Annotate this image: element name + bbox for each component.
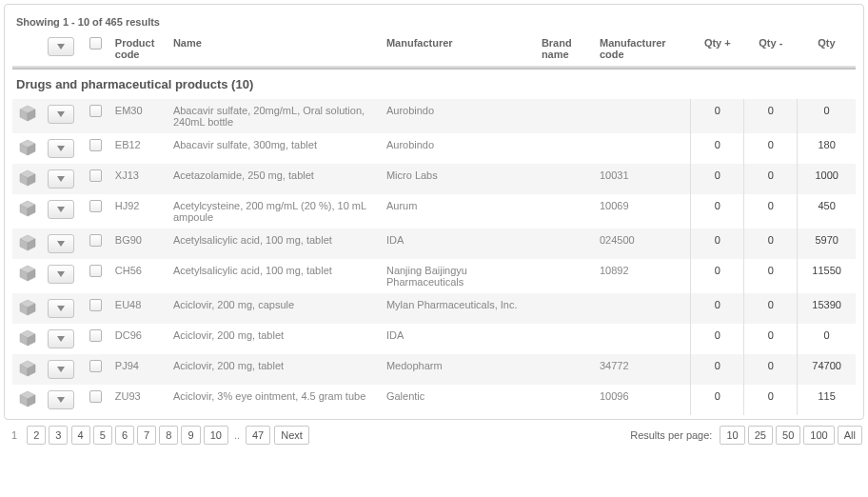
- table-row[interactable]: EB12Abacavir sulfate, 300mg, tabletAurob…: [12, 133, 856, 164]
- cell-name: Aciclovir, 3% eye ointment, 4.5 gram tub…: [168, 385, 381, 415]
- row-actions-dropdown[interactable]: [48, 105, 74, 124]
- cell-name: Acetazolamide, 250 mg, tablet: [168, 164, 381, 194]
- row-checkbox[interactable]: [89, 265, 102, 277]
- page-button[interactable]: 8: [159, 426, 178, 445]
- cell-manufacturer-code: 10031: [594, 164, 691, 194]
- row-actions-dropdown[interactable]: [48, 299, 74, 318]
- col-manufacturer[interactable]: Manufacturer: [381, 33, 536, 66]
- row-checkbox[interactable]: [89, 299, 102, 311]
- header-actions-dropdown[interactable]: [48, 37, 74, 56]
- cell-manufacturer: Micro Labs: [381, 164, 536, 194]
- page-button[interactable]: 7: [137, 426, 156, 445]
- table-row[interactable]: HJ92Acetylcysteine, 200 mg/mL (20 %), 10…: [12, 194, 856, 229]
- cell-manufacturer: Medopharm: [381, 354, 536, 385]
- col-manufacturer-code[interactable]: Manufacturer code: [594, 33, 691, 66]
- cell-manufacturer-code: [594, 133, 691, 164]
- cell-qty: 180: [798, 133, 856, 164]
- col-brand-name[interactable]: Brand name: [536, 33, 594, 66]
- page-button[interactable]: 3: [49, 426, 68, 445]
- rpp-option[interactable]: All: [838, 426, 862, 445]
- cell-qty-minus: 0: [744, 164, 798, 194]
- cell-product-code: HJ92: [109, 194, 168, 229]
- col-product-code[interactable]: Product code: [109, 33, 168, 66]
- col-qty-minus[interactable]: Qty -: [744, 33, 798, 66]
- page-next[interactable]: Next: [274, 426, 309, 445]
- col-name[interactable]: Name: [168, 33, 381, 66]
- row-checkbox[interactable]: [89, 234, 102, 247]
- header-row: Product code Name Manufacturer Brand nam…: [12, 33, 856, 66]
- cell-qty: 450: [798, 194, 856, 229]
- select-all-checkbox[interactable]: [89, 37, 102, 50]
- cell-product-code: EU48: [109, 293, 168, 324]
- cell-manufacturer: IDA: [381, 324, 536, 354]
- cell-qty: 115: [798, 385, 856, 415]
- table-row[interactable]: EU48Aciclovir, 200 mg, capsuleMylan Phar…: [12, 293, 856, 324]
- cell-qty-minus: 0: [744, 99, 798, 133]
- table-row[interactable]: ZU93Aciclovir, 3% eye ointment, 4.5 gram…: [12, 385, 856, 415]
- cell-product-code: PJ94: [109, 354, 168, 385]
- table-row[interactable]: BG90Acetylsalicylic acid, 100 mg, tablet…: [12, 229, 856, 259]
- table-row[interactable]: EM30Abacavir sulfate, 20mg/mL, Oral solu…: [12, 99, 856, 133]
- results-table: Product code Name Manufacturer Brand nam…: [12, 33, 856, 415]
- cell-brand: [536, 133, 594, 164]
- row-actions-dropdown[interactable]: [48, 329, 74, 348]
- cell-brand: [536, 354, 594, 385]
- cell-qty-minus: 0: [744, 324, 798, 354]
- row-checkbox[interactable]: [89, 329, 102, 342]
- rpp-option[interactable]: 10: [720, 426, 744, 445]
- cell-qty-plus: 0: [691, 133, 744, 164]
- cell-manufacturer-code: 10069: [594, 194, 691, 229]
- cell-name: Acetylsalicylic acid, 100 mg, tablet: [168, 229, 381, 259]
- table-row[interactable]: DC96Aciclovir, 200 mg, tabletIDA000: [12, 324, 856, 354]
- row-checkbox[interactable]: [89, 200, 102, 212]
- cell-manufacturer: Aurobindo: [381, 99, 536, 133]
- row-checkbox[interactable]: [89, 360, 102, 372]
- row-checkbox[interactable]: [89, 169, 102, 182]
- page-button[interactable]: 5: [93, 426, 112, 445]
- cell-manufacturer-code: [594, 324, 691, 354]
- cell-brand: [536, 164, 594, 194]
- pager-ellipsis: ..: [232, 429, 242, 441]
- cell-brand: [536, 385, 594, 415]
- cell-qty-plus: 0: [691, 354, 744, 385]
- col-qty-plus[interactable]: Qty +: [691, 33, 744, 66]
- cell-product-code: XJ13: [109, 164, 168, 194]
- row-actions-dropdown[interactable]: [48, 390, 74, 409]
- page-button[interactable]: 9: [181, 426, 200, 445]
- row-actions-dropdown[interactable]: [48, 234, 74, 253]
- row-actions-dropdown[interactable]: [48, 169, 74, 189]
- col-qty[interactable]: Qty: [798, 33, 856, 66]
- package-icon: [18, 105, 36, 122]
- page-button[interactable]: 10: [204, 426, 228, 445]
- page-last[interactable]: 47: [246, 426, 270, 445]
- row-checkbox[interactable]: [89, 105, 102, 117]
- row-actions-dropdown[interactable]: [48, 200, 74, 219]
- table-row[interactable]: CH56Acetylsalicylic acid, 100 mg, tablet…: [12, 259, 856, 293]
- cell-qty-plus: 0: [691, 194, 744, 229]
- cell-manufacturer-code: [594, 99, 691, 133]
- row-actions-dropdown[interactable]: [48, 360, 74, 379]
- row-checkbox[interactable]: [89, 390, 102, 403]
- cell-qty-plus: 0: [691, 293, 744, 324]
- rpp-option[interactable]: 50: [776, 426, 800, 445]
- cell-product-code: CH56: [109, 259, 168, 293]
- cell-manufacturer: IDA: [381, 229, 536, 259]
- page-button[interactable]: 4: [71, 426, 90, 445]
- footer-bar: 1 2 3 4 5 6 7 8 9 10 .. 47 Next Results …: [4, 420, 864, 447]
- page-button[interactable]: 2: [27, 426, 46, 445]
- cell-brand: [536, 194, 594, 229]
- row-actions-dropdown[interactable]: [48, 265, 74, 284]
- cell-qty: 5970: [798, 229, 856, 259]
- page-button[interactable]: 6: [115, 426, 134, 445]
- cell-qty-minus: 0: [744, 293, 798, 324]
- row-actions-dropdown[interactable]: [48, 139, 74, 158]
- table-row[interactable]: XJ13Acetazolamide, 250 mg, tabletMicro L…: [12, 164, 856, 194]
- results-count: Showing 1 - 10 of 465 results: [12, 12, 856, 33]
- results-panel: Showing 1 - 10 of 465 results Product co…: [4, 4, 864, 420]
- rpp-option[interactable]: 100: [803, 426, 834, 445]
- row-checkbox[interactable]: [89, 139, 102, 151]
- cell-product-code: EM30: [109, 99, 168, 133]
- table-row[interactable]: PJ94Aciclovir, 200 mg, tabletMedopharm34…: [12, 354, 856, 385]
- page-current: 1: [6, 427, 23, 444]
- rpp-option[interactable]: 25: [748, 426, 773, 445]
